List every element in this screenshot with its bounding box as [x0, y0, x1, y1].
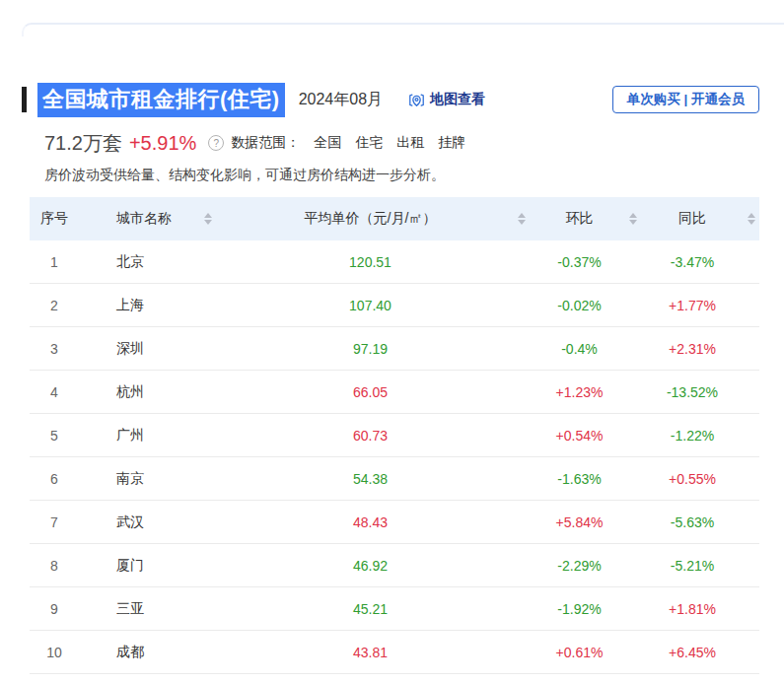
cell-city: 三亚 [99, 600, 237, 618]
purchase-membership-button[interactable]: 单次购买 | 开通会员 [612, 86, 759, 113]
cell-city: 深圳 [99, 340, 237, 358]
sort-icon[interactable] [518, 213, 526, 225]
title-marker-bar [22, 87, 27, 112]
cell-index: 10 [30, 645, 99, 660]
title-row: 全国城市租金排行(住宅) 2024年08月 地图查看 单次购买 | 开通会员 [22, 85, 759, 114]
cell-mom: +0.54% [537, 428, 651, 444]
table-row[interactable]: 1北京120.51-0.37%-3.47% [30, 240, 759, 284]
rent-ranking-table: 序号城市名称平均单价（元/月/㎡）环比同比 1北京120.51-0.37%-3.… [30, 197, 759, 674]
total-listings: 71.2万套 [44, 130, 122, 157]
cell-price: 66.05 [237, 384, 537, 400]
sort-icon[interactable] [629, 213, 637, 225]
cell-price: 45.21 [237, 601, 537, 617]
cell-yoy: -13.52% [651, 384, 759, 400]
column-header-1[interactable]: 城市名称 [99, 210, 237, 228]
cell-mom: -0.4% [537, 341, 651, 357]
table-row[interactable]: 9三亚45.21-1.92%+1.81% [30, 587, 759, 631]
cell-city: 武汉 [99, 513, 237, 531]
cell-index: 7 [30, 514, 99, 530]
scope-label: 数据范围： [231, 134, 300, 152]
cell-mom: -1.92% [537, 601, 651, 617]
cell-mom: +0.61% [537, 645, 651, 660]
report-date: 2024年08月 [299, 90, 383, 110]
panel-top-edge [22, 23, 784, 36]
table-row[interactable]: 4杭州66.05+1.23%-13.52% [30, 371, 759, 414]
cell-city: 南京 [99, 470, 237, 488]
scope-item: 出租 [396, 134, 424, 152]
cell-index: 1 [30, 254, 99, 270]
cell-mom: -0.37% [537, 254, 651, 270]
help-question-icon[interactable]: ? [208, 135, 224, 151]
cell-yoy: +1.77% [651, 298, 759, 313]
column-label: 环比 [566, 210, 594, 226]
cell-index: 9 [30, 601, 99, 617]
cell-price: 120.51 [237, 254, 537, 270]
column-label: 同比 [678, 210, 706, 226]
scope-item: 挂牌 [438, 134, 465, 152]
cell-price: 60.73 [237, 428, 537, 444]
cell-yoy: +6.45% [651, 645, 759, 660]
cell-price: 43.81 [237, 645, 537, 660]
sort-icon[interactable] [204, 213, 212, 225]
cell-city: 上海 [99, 297, 237, 314]
map-view-link[interactable]: 地图查看 [408, 91, 485, 108]
column-label: 序号 [40, 210, 68, 226]
cell-yoy: -5.21% [651, 558, 759, 574]
analysis-note: 房价波动受供给量、结构变化影响，可通过房价结构进一步分析。 [44, 165, 759, 184]
map-view-label: 地图查看 [430, 91, 485, 108]
column-label: 平均单价（元/月/㎡） [305, 210, 437, 226]
listings-change: +5.91% [129, 132, 196, 155]
cell-index: 6 [30, 471, 99, 487]
cell-price: 46.92 [237, 558, 537, 574]
cell-mom: +1.23% [537, 384, 651, 400]
cell-mom: +5.84% [537, 514, 651, 530]
cell-index: 5 [30, 428, 99, 444]
cell-city: 北京 [99, 253, 237, 271]
table-body: 1北京120.51-0.37%-3.47%2上海107.40-0.02%+1.7… [30, 240, 759, 674]
table-row[interactable]: 8厦门46.92-2.29%-5.21% [30, 544, 759, 587]
cell-mom: -1.63% [537, 471, 651, 487]
cell-index: 8 [30, 558, 99, 574]
cell-price: 107.40 [237, 298, 537, 313]
cell-price: 97.19 [237, 341, 537, 357]
data-scope: 数据范围： 全国住宅出租挂牌 [231, 134, 465, 152]
cell-city: 广州 [99, 427, 237, 445]
table-row[interactable]: 3深圳97.19-0.4%+2.31% [30, 327, 759, 371]
column-header-0: 序号 [30, 210, 99, 228]
cell-city: 成都 [99, 644, 237, 661]
sort-icon[interactable] [748, 213, 755, 225]
table-row[interactable]: 6南京54.38-1.63%+0.55% [30, 457, 759, 501]
cell-yoy: +0.55% [651, 471, 759, 487]
cell-mom: -0.02% [537, 298, 651, 313]
column-header-3[interactable]: 环比 [537, 210, 651, 228]
cell-mom: -2.29% [537, 558, 651, 574]
scope-item: 住宅 [355, 134, 383, 152]
cell-index: 4 [30, 384, 99, 400]
cell-index: 3 [30, 341, 99, 357]
cell-city: 杭州 [99, 383, 237, 401]
cell-yoy: -5.63% [651, 514, 759, 530]
stats-row: 71.2万套 +5.91% ? 数据范围： 全国住宅出租挂牌 [44, 130, 759, 156]
cell-city: 厦门 [99, 557, 237, 575]
page-title: 全国城市租金排行(住宅) [37, 83, 285, 117]
table-row[interactable]: 7武汉48.43+5.84%-5.63% [30, 501, 759, 544]
cell-price: 54.38 [237, 471, 537, 487]
cell-price: 48.43 [237, 514, 537, 530]
rent-ranking-page: 全国城市租金排行(住宅) 2024年08月 地图查看 单次购买 | 开通会员 7… [0, 0, 784, 684]
column-label: 城市名称 [116, 210, 172, 226]
scope-item: 全国 [314, 134, 341, 152]
cell-yoy: -1.22% [651, 428, 759, 444]
column-header-4[interactable]: 同比 [651, 210, 759, 228]
column-header-2[interactable]: 平均单价（元/月/㎡） [237, 210, 537, 228]
table-row[interactable]: 5广州60.73+0.54%-1.22% [30, 414, 759, 457]
map-pin-icon [408, 92, 425, 108]
table-row[interactable]: 2上海107.40-0.02%+1.77% [30, 284, 759, 327]
table-header-row: 序号城市名称平均单价（元/月/㎡）环比同比 [30, 197, 759, 240]
scope-items: 全国住宅出租挂牌 [300, 134, 465, 152]
cell-yoy: +2.31% [651, 341, 759, 357]
cell-index: 2 [30, 298, 99, 313]
cell-yoy: +1.81% [651, 601, 759, 617]
cell-yoy: -3.47% [651, 254, 759, 270]
table-row[interactable]: 10成都43.81+0.61%+6.45% [30, 631, 759, 674]
